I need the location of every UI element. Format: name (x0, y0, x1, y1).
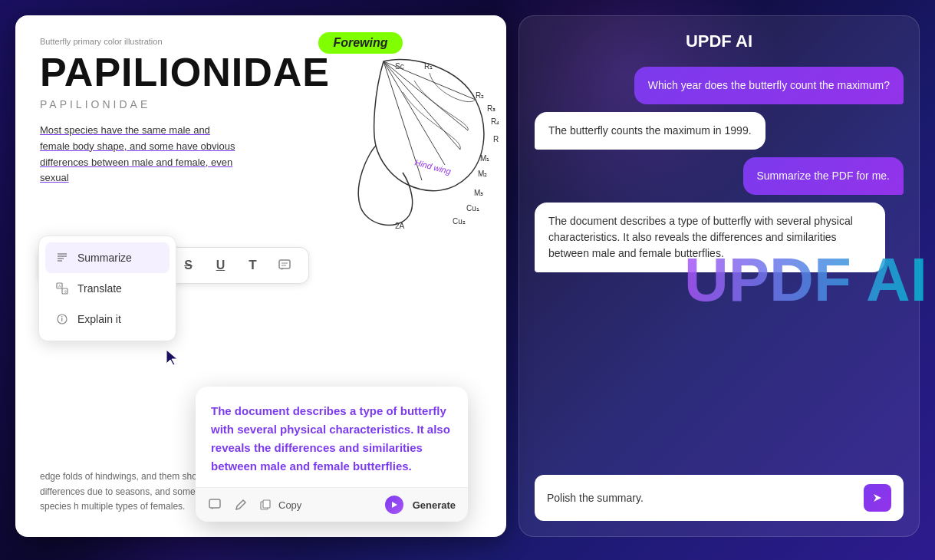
svg-text:R₄: R₄ (491, 117, 499, 126)
svg-text:M₂: M₂ (478, 170, 487, 178)
dropdown-item-translate[interactable]: A文 Translate (45, 273, 170, 304)
chat-input-area (535, 475, 904, 521)
send-button[interactable] (864, 484, 891, 512)
generate-icon (385, 496, 403, 514)
explain-icon: i (54, 311, 70, 327)
svg-text:A: A (58, 284, 61, 288)
translate-icon: A文 (54, 281, 70, 296)
comment-tool[interactable] (273, 254, 296, 277)
dropdown-item-summarize[interactable]: Summarize (45, 242, 170, 273)
translate-label: Translate (77, 282, 122, 295)
butterfly-diagram: Forewing R₂ R₃ R₄ (276, 31, 499, 238)
svg-text:文: 文 (64, 289, 67, 294)
ai-chat-panel: UPDF AI Which year does the butterfly co… (519, 15, 920, 537)
dropdown-menu: Summarize A文 Translate i Explain it (38, 236, 176, 341)
popup-comment-btn[interactable] (208, 498, 222, 512)
chat-message-ai-2: The document describes a type of butterf… (535, 203, 885, 272)
chat-input[interactable] (547, 492, 858, 504)
svg-text:R₅: R₅ (493, 135, 499, 143)
svg-line-4 (384, 61, 460, 150)
pdf-body-text: Most species have the same male and fema… (40, 123, 239, 186)
pdf-viewer-panel: Butterfly primary color illustration PAP… (15, 15, 506, 537)
svg-marker-40 (392, 502, 397, 508)
text-tool[interactable]: T (241, 254, 264, 277)
explain-label: Explain it (77, 313, 121, 325)
generate-label: Generate (413, 499, 456, 511)
summary-text: The document describes a type of butterf… (211, 402, 453, 476)
pdf-lower-text: edge folds of hindwings, and them show d… (40, 469, 209, 514)
chat-message-ai-1: The butterfly counts the maximum in 1999… (535, 112, 765, 150)
svg-rect-24 (279, 260, 290, 268)
chat-message-user-1: Which year does the butterfly count the … (634, 67, 904, 104)
svg-text:M₁: M₁ (480, 154, 489, 163)
ai-panel-title: UPDF AI (535, 31, 904, 51)
svg-text:Cu₂: Cu₂ (453, 217, 466, 226)
popup-generate-btn[interactable]: Generate (385, 496, 456, 514)
dropdown-item-explain[interactable]: i Explain it (45, 304, 170, 334)
strikethrough-tool[interactable]: S (176, 254, 199, 277)
copy-label: Copy (278, 499, 301, 511)
svg-text:R₁: R₁ (424, 62, 433, 71)
svg-text:Sc: Sc (395, 62, 404, 71)
popup-brush-btn[interactable] (234, 498, 248, 512)
popup-toolbar: Copy Generate (196, 487, 468, 522)
svg-marker-41 (874, 494, 881, 502)
svg-text:M₃: M₃ (474, 189, 483, 197)
underline-tool[interactable]: U (209, 254, 232, 277)
svg-text:R₃: R₃ (487, 104, 495, 113)
chat-messages: Which year does the butterfly count the … (535, 67, 904, 466)
svg-text:Cu₁: Cu₁ (466, 204, 479, 212)
svg-rect-37 (209, 499, 220, 508)
svg-line-5 (384, 61, 445, 165)
summary-popup: The document describes a type of butterf… (196, 387, 468, 522)
summarize-icon (54, 250, 70, 265)
svg-text:i: i (61, 315, 64, 323)
chat-message-user-2: Summarize the PDF for me. (743, 157, 904, 195)
svg-text:R₂: R₂ (476, 91, 484, 100)
svg-rect-39 (263, 500, 270, 508)
popup-copy-btn[interactable]: Copy (260, 499, 301, 511)
svg-text:Forewing: Forewing (333, 36, 387, 49)
summarize-label: Summarize (77, 252, 132, 264)
svg-line-3 (384, 61, 468, 130)
cursor (165, 348, 180, 370)
